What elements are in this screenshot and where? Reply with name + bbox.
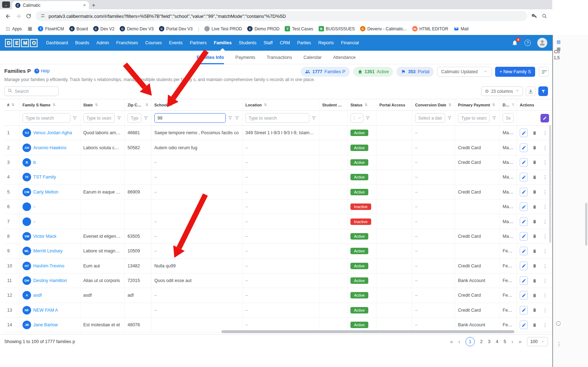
delete-button[interactable]: [530, 173, 538, 181]
more-actions-button[interactable]: ⋮: [541, 217, 549, 226]
sort-icon[interactable]: ⇅: [95, 103, 98, 107]
sort-icon[interactable]: ⇅: [11, 103, 14, 107]
filter-input-payment[interactable]: [458, 113, 490, 123]
back-icon[interactable]: [5, 13, 11, 19]
new-tab-button[interactable]: +: [89, 1, 98, 9]
nav-item-students[interactable]: Students: [239, 35, 256, 51]
previous-page-button[interactable]: ‹: [458, 338, 460, 345]
filter-input-name[interactable]: [23, 113, 70, 123]
more-actions-button[interactable]: ⋮: [541, 144, 549, 152]
status-filter-select[interactable]: ⋮: [350, 113, 363, 123]
delete-button[interactable]: [530, 306, 538, 315]
page-number-5[interactable]: 5: [504, 339, 506, 344]
page-number-4[interactable]: 4: [496, 339, 498, 344]
more-actions-button[interactable]: ⋮: [541, 188, 549, 196]
column-header-school[interactable]: School⇅: [151, 99, 243, 110]
edit-button[interactable]: [520, 306, 528, 315]
user-avatar[interactable]: [537, 38, 547, 48]
list-settings-button[interactable]: [539, 67, 549, 77]
delete-button[interactable]: [530, 202, 538, 211]
sort-icon[interactable]: ⇅: [512, 103, 514, 107]
url-bar[interactable]: portalv3.calibermatrix.com/#/families?fi…: [36, 11, 527, 21]
horizontal-scrollbar[interactable]: [221, 330, 514, 333]
delete-button[interactable]: [530, 188, 538, 196]
more-actions-button[interactable]: ⋮: [541, 321, 549, 329]
filter-input-conversion[interactable]: [415, 113, 445, 123]
more-actions-button[interactable]: ⋮: [541, 306, 549, 315]
family-name-link[interactable]: Venus Jordan Agha: [33, 130, 72, 135]
bulk-edit-button[interactable]: [540, 114, 549, 122]
edit-button[interactable]: [520, 232, 528, 241]
delete-button[interactable]: [530, 291, 538, 300]
sort-icon[interactable]: ⇅: [170, 103, 173, 107]
new-family-button[interactable]: + New Family S: [495, 67, 535, 77]
edit-button[interactable]: [520, 247, 528, 255]
column-header-zip[interactable]: Zip Code⇅: [125, 99, 151, 110]
nav-item-staff[interactable]: Staff: [264, 35, 273, 51]
demo-logo[interactable]: DEMO: [5, 39, 38, 47]
edit-button[interactable]: [520, 188, 528, 196]
help-link[interactable]: ?Help: [34, 69, 50, 74]
page-number-3[interactable]: 3: [488, 339, 490, 344]
delete-button[interactable]: [530, 232, 538, 241]
delete-button[interactable]: [530, 158, 538, 167]
page-number-1[interactable]: 1: [465, 337, 475, 346]
filter-input-school[interactable]: [154, 113, 226, 123]
vertical-scrollbar[interactable]: [549, 125, 551, 243]
delete-button[interactable]: [530, 276, 538, 285]
column-header-conversion[interactable]: Conversion Date⇅: [412, 99, 455, 110]
filter-input-date_created[interactable]: [503, 113, 514, 123]
nav-item-crm[interactable]: CRM: [280, 35, 290, 51]
nav-item-dashboard[interactable]: Dashboard: [46, 35, 68, 51]
family-name-link[interactable]: TST Family: [33, 175, 56, 180]
nav-item-families[interactable]: Families: [214, 35, 231, 51]
sort-icon[interactable]: ⇅: [53, 103, 55, 107]
sort-icon[interactable]: ⇅: [264, 103, 267, 107]
sort-icon[interactable]: ⇅: [448, 103, 451, 107]
column-header-idx[interactable]: #⇅: [4, 99, 20, 110]
filter-funnel-icon[interactable]: [117, 116, 121, 120]
bookmark-item[interactable]: CDemo Dev V3: [120, 26, 154, 31]
filter-funnel-icon[interactable]: [312, 116, 316, 120]
column-header-name[interactable]: Family S Name⇅: [20, 99, 80, 110]
more-actions-button[interactable]: ⋮: [541, 276, 549, 285]
bookmark-item[interactable]: WHTML EDITOR: [412, 26, 448, 31]
nav-item-financial[interactable]: Financial: [341, 35, 359, 51]
delete-button[interactable]: [530, 144, 538, 152]
bookmark-item[interactable]: Live Test PROD: [204, 26, 242, 31]
bookmark-item[interactable]: CDev V2: [93, 26, 114, 31]
bookmark-item[interactable]: CDemo PROD: [247, 26, 279, 31]
edit-button[interactable]: [520, 129, 528, 137]
column-header-payment[interactable]: Primary Payment⇅: [455, 99, 500, 110]
edit-button[interactable]: [520, 217, 528, 226]
subtab-transactions[interactable]: Transactions: [266, 51, 292, 64]
more-actions-button[interactable]: ⋮: [541, 173, 549, 181]
password-key-icon[interactable]: [532, 13, 537, 19]
delete-button[interactable]: [530, 262, 538, 270]
family-name-link[interactable]: asdf: [33, 293, 42, 298]
download-button[interactable]: [526, 86, 535, 96]
help-icon[interactable]: ?: [524, 40, 531, 46]
edit-button[interactable]: [520, 321, 528, 329]
filter-funnel-icon[interactable]: [365, 116, 370, 120]
more-actions-button[interactable]: ⋮: [541, 247, 549, 255]
bookmark-item[interactable]: CPortal Dev V3: [159, 26, 193, 31]
more-actions-button[interactable]: ⋮: [541, 232, 549, 241]
more-actions-button[interactable]: ⋮: [541, 291, 549, 300]
sort-icon[interactable]: ⇅: [492, 103, 495, 107]
columns-dropdown[interactable]: ⚙23 columns: [481, 86, 523, 96]
family-name-link[interactable]: Destiny Hamilton: [33, 278, 67, 283]
zoom-icon[interactable]: [542, 13, 547, 19]
family-name-link[interactable]: Hashim Trevino: [33, 263, 64, 268]
column-header-location[interactable]: Location⇅: [243, 99, 319, 110]
filter-funnel-icon[interactable]: [228, 116, 233, 120]
forward-icon[interactable]: [15, 13, 21, 19]
filter-funnel-icon[interactable]: [235, 116, 239, 120]
subtab-attendance[interactable]: Attendance: [333, 51, 355, 64]
column-header-state[interactable]: State⇅: [80, 99, 125, 110]
nav-item-reports[interactable]: Reports: [318, 35, 334, 51]
more-actions-button[interactable]: ⋮: [541, 158, 549, 167]
delete-button[interactable]: [530, 217, 538, 226]
search-input[interactable]: [15, 89, 55, 94]
subtab-payments[interactable]: Payments: [235, 51, 255, 64]
